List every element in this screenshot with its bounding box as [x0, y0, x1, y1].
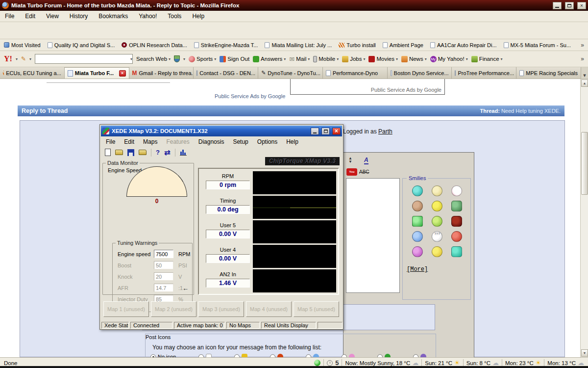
menu-file[interactable]: File [5, 13, 14, 20]
post-icon-option[interactable] [306, 354, 319, 357]
minimize-button[interactable] [553, 2, 562, 9]
yahoo-search-input[interactable] [35, 55, 130, 63]
yahoo-jobs-button[interactable]: Jobs▾ [342, 56, 365, 62]
bookmark-item[interactable]: Miata Mailing List: July ... [265, 42, 332, 48]
yahoo-myyahoo-button[interactable]: MyMy Yahoo!▾ [430, 56, 468, 62]
yahoo-shield-icon[interactable] [174, 55, 180, 62]
smiley-icon[interactable] [412, 185, 423, 196]
bookmarks-overflow-icon[interactable]: » [581, 42, 584, 49]
bookmark-item[interactable]: MX-5 Miata Forum - Su... [504, 42, 571, 48]
scroll-down-icon[interactable]: ▼ [581, 349, 588, 357]
yahoo-overflow-icon[interactable]: » [581, 55, 584, 62]
close-button[interactable]: × [577, 2, 586, 9]
xede-maximize-button[interactable] [321, 128, 330, 135]
tab-list-dropdown-icon[interactable]: ▾ [581, 72, 588, 79]
yahoo-signout-button[interactable]: Sign Out [220, 56, 249, 62]
tab-ecus[interactable]: ECUs, ECU Tuning a... [0, 67, 65, 79]
bar-chart-icon[interactable] [180, 149, 187, 156]
bookmark-item[interactable]: AA1Car Auto Repair Di... [430, 42, 497, 48]
yahoo-search-caret-icon[interactable]: ▾ [130, 57, 132, 61]
bookmark-item[interactable]: Quality IQ and Digital S... [48, 42, 115, 48]
smiley-icon[interactable] [451, 201, 462, 211]
menu-tools[interactable]: Tools [168, 13, 181, 20]
yahoo-answers-button[interactable]: Answers▾ [253, 56, 286, 62]
yahoo-pencil-icon[interactable]: ✎ [21, 55, 26, 62]
maximize-button[interactable] [565, 2, 574, 9]
youtube-embed-icon[interactable]: You Tube [346, 168, 357, 176]
smiley-icon[interactable] [412, 246, 423, 257]
engine-speed-input[interactable] [154, 250, 173, 258]
tab-performance-dyno[interactable]: Performance-Dyno [323, 67, 388, 79]
tab-miata-turbo-active[interactable]: Miata Turbo F...× [65, 67, 129, 79]
weather-mon-day[interactable]: Mon: 23 °C☀ [505, 359, 541, 367]
weather-sun-day[interactable]: Sun: 21 °C☀ [425, 359, 460, 367]
yahoo-logo[interactable]: Y! [4, 54, 12, 63]
xede-minimize-button[interactable] [311, 128, 319, 135]
post-icon-option[interactable] [234, 354, 247, 357]
help-icon[interactable]: ? [156, 149, 160, 156]
shield-caret-icon[interactable]: ▾ [183, 57, 185, 61]
save-icon[interactable] [127, 149, 134, 156]
post-icon-option[interactable] [377, 354, 391, 357]
xede-menu-edit[interactable]: Edit [124, 138, 134, 145]
yahoo-menu-caret-icon[interactable]: ▾ [16, 57, 18, 61]
menu-edit[interactable]: Edit [25, 13, 35, 20]
clock-icon[interactable] [327, 360, 333, 366]
xede-menu-diagnosis[interactable]: Diagnosis [198, 138, 224, 145]
smiley-icon[interactable] [451, 246, 462, 257]
yahoo-search-web-button[interactable]: Search Web▾ [136, 56, 171, 62]
tab-mpe-racing[interactable]: MPE Racing Specials [516, 67, 581, 79]
tab-boston-dyno[interactable]: Boston Dyno Service... [388, 67, 452, 79]
smiley-icon[interactable] [451, 216, 462, 227]
yahoo-movies-button[interactable]: Movies▾ [368, 56, 397, 62]
post-icon-no-icon[interactable]: No icon [150, 354, 176, 357]
new-document-icon[interactable] [105, 149, 111, 156]
smiley-icon[interactable] [432, 216, 442, 227]
tab-contact-dsg[interactable]: Contact - DSG - DEN... [194, 67, 258, 79]
size-updown-icon[interactable]: ▲▼ [348, 157, 352, 163]
xede-menu-file[interactable]: File [106, 138, 115, 145]
yahoo-finance-button[interactable]: Finance▾ [471, 56, 503, 62]
pencil-caret-icon[interactable]: ▾ [29, 57, 31, 61]
menu-help[interactable]: Help [192, 13, 204, 20]
menu-bookmarks[interactable]: Bookmarks [98, 13, 128, 20]
smiley-icon[interactable] [412, 231, 423, 242]
smiley-icon[interactable] [451, 231, 462, 242]
thread-name[interactable]: Need Help tuning XEDE. [500, 108, 561, 114]
bookmark-item[interactable]: Turbo install [339, 42, 376, 48]
smiley-icon[interactable] [432, 246, 442, 257]
tab-gmail[interactable]: MGmail - Reply to threa... [129, 67, 194, 79]
vertical-scrollbar[interactable]: ▲ ▼ [580, 79, 588, 357]
yahoo-mail-button[interactable]: ✉Mail▾ [289, 55, 310, 63]
tab-protree[interactable]: ProTree Performance... [452, 67, 516, 79]
message-textarea[interactable] [346, 178, 400, 293]
yahoo-sports-button[interactable]: Sports▾ [189, 56, 216, 62]
menu-view[interactable]: View [46, 13, 59, 20]
post-icon-option[interactable] [413, 354, 426, 357]
username-link[interactable]: Parth [378, 128, 392, 135]
bookmark-most-visited[interactable]: Most Visited [4, 42, 41, 48]
post-icon-option[interactable] [270, 354, 283, 357]
post-icon-option[interactable] [342, 354, 355, 357]
tab-close-icon[interactable]: × [119, 70, 126, 77]
download-count[interactable]: 5 [335, 359, 339, 367]
bookmark-item[interactable]: StrikeEngine-Mazda T... [194, 42, 258, 48]
swap-arrows-icon[interactable]: ⇄ [164, 148, 171, 157]
smiley-icon[interactable] [412, 216, 423, 227]
weather-mon-night[interactable]: Mon: 13 °C☁ [547, 359, 584, 367]
weather-sun-night[interactable]: Sun: 8 °C☁ [466, 359, 499, 367]
more-smilies-link[interactable]: [More] [407, 266, 428, 273]
xede-menu-maps[interactable]: Maps [143, 138, 157, 145]
connection-status-icon[interactable] [314, 360, 320, 366]
xede-menu-setup[interactable]: Setup [233, 138, 248, 145]
xede-close-button[interactable]: × [332, 128, 341, 135]
smiley-icon[interactable] [451, 185, 462, 196]
menu-yahoo[interactable]: Yahoo! [139, 13, 157, 20]
smiley-icon[interactable] [412, 201, 423, 211]
google-ads-link-left[interactable]: Public Service Ads by Google [215, 93, 285, 99]
bookmark-item[interactable]: Ambient Page [383, 42, 423, 48]
xede-menu-options[interactable]: Options [257, 138, 277, 145]
collapse-arrow-icon[interactable]: ← [182, 285, 189, 292]
xede-titlebar[interactable]: XEDE XMap V3.2: DOCUMENT1.X32 × [101, 126, 342, 136]
xede-menu-help[interactable]: Help [286, 138, 298, 145]
